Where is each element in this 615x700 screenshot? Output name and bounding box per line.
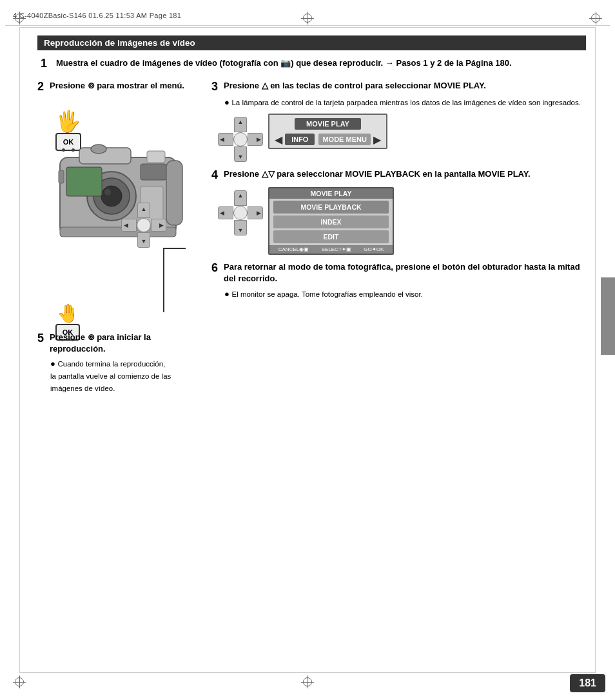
step3-number: 3 bbox=[211, 80, 220, 94]
svg-rect-6 bbox=[147, 151, 165, 163]
mode-menu-button: MODE MENU bbox=[318, 134, 370, 145]
mpb-footer: CANCEL◉▣ SELECT✦▣ GO✦OK bbox=[269, 245, 393, 254]
step4-number: 4 bbox=[211, 168, 220, 182]
step3-display-area: ▲ ▼ ◀ ▶ MOVIE PLAY ◀ INFO MODE MENU bbox=[218, 114, 586, 162]
step4-block: 4 Presione △▽ para seleccionar MOVIE PLA… bbox=[211, 168, 586, 182]
dpad-step3-right: ▲ ▼ ◀ ▶ bbox=[218, 117, 263, 162]
step5-text: Presione ⊚ para iniciar la reproducción. bbox=[50, 332, 173, 355]
dpad-step4: ▲ ▼ ◀ ▶ bbox=[218, 190, 263, 235]
step6-block: 6 Para retornar al modo de toma fotográf… bbox=[211, 261, 586, 301]
step4-display-area: ▲ ▼ ◀ ▶ MOVIE PLAY MOVIE PLAYBACK INDEX … bbox=[218, 187, 586, 255]
svg-rect-11 bbox=[66, 167, 102, 196]
svg-point-4 bbox=[101, 186, 122, 206]
mpb-footer-go: GO✦OK bbox=[364, 246, 384, 252]
mpb-option-index: INDEX bbox=[273, 215, 389, 228]
page-header: 4 C-4040ZBasic-S146 01.6.25 11:53 AM Pag… bbox=[5, 5, 610, 26]
mpb-footer-select: SELECT✦▣ bbox=[322, 246, 351, 252]
connector-vertical-1 bbox=[163, 248, 164, 312]
camera-illustration bbox=[41, 119, 195, 306]
step5-number: 5 bbox=[37, 332, 46, 345]
mpb-option-edit: EDIT bbox=[273, 230, 389, 243]
svg-point-5 bbox=[104, 189, 111, 195]
connector-horizontal-1 bbox=[163, 248, 186, 249]
menu-arrow-right: ▶ bbox=[373, 134, 381, 146]
step6-bullet: ● El monitor se apaga. Tome fotografías … bbox=[224, 288, 586, 300]
step5-bullet: ● Cuando termina la reproducción, la pan… bbox=[50, 357, 173, 395]
step5-block: 5 Presione ⊚ para iniciar la reproducció… bbox=[37, 332, 173, 395]
right-panel: 3 Presione △ en las teclas de control pa… bbox=[211, 80, 586, 301]
svg-rect-9 bbox=[166, 161, 182, 225]
hand-icon-2: 🤚 bbox=[57, 305, 79, 323]
mpb-option-playback: MOVIE PLAYBACK bbox=[273, 201, 389, 214]
dpad-step3-left: ▲ ▼ ◀ ▶ bbox=[121, 199, 166, 248]
info-button: INFO bbox=[285, 134, 315, 145]
step3-bullet: ● La lámpara de control de la tarjeta pa… bbox=[224, 96, 586, 108]
step2-number: 2 bbox=[37, 80, 46, 94]
step6-number: 6 bbox=[211, 261, 220, 275]
left-panel: 2 Presione ⊚ para mostrar el menú. 🖐 OK bbox=[37, 80, 202, 301]
menu-arrow-left: ◀ bbox=[275, 134, 282, 146]
svg-rect-12 bbox=[59, 170, 64, 183]
step1-text: Muestra el cuadro de imágenes de vídeo (… bbox=[56, 57, 512, 70]
page-number: 181 bbox=[570, 674, 605, 692]
step3-text: Presione △ en las teclas de control para… bbox=[224, 80, 486, 92]
step2-text: Presione ⊚ para mostrar el menú. bbox=[50, 80, 184, 92]
section-title: Reproducción de imágenes de vídeo bbox=[37, 35, 586, 50]
step4-text: Presione △▽ para seleccionar MOVIE PLAYB… bbox=[224, 168, 531, 180]
main-layout: 2 Presione ⊚ para mostrar el menú. 🖐 OK bbox=[37, 80, 586, 301]
movie-play-label: MOVIE PLAY bbox=[295, 118, 361, 130]
step2-block: 2 Presione ⊚ para mostrar el menú. bbox=[37, 80, 202, 94]
movie-playback-menu: MOVIE PLAY MOVIE PLAYBACK INDEX EDIT CAN… bbox=[268, 187, 394, 255]
step1-block: 1 Muestra el cuadro de imágenes de vídeo… bbox=[37, 57, 586, 71]
step3-block: 3 Presione △ en las teclas de control pa… bbox=[211, 80, 586, 108]
side-tab bbox=[601, 277, 615, 355]
step6-text: Para retornar al modo de toma fotográfic… bbox=[224, 261, 586, 285]
mpb-footer-cancel: CANCEL◉▣ bbox=[278, 246, 309, 252]
movie-play-menu-display: MOVIE PLAY ◀ INFO MODE MENU ▶ bbox=[268, 114, 387, 149]
svg-rect-7 bbox=[141, 164, 166, 180]
mpb-title: MOVIE PLAY bbox=[269, 188, 393, 199]
step1-number: 1 bbox=[41, 57, 51, 71]
svg-point-8 bbox=[91, 145, 106, 154]
